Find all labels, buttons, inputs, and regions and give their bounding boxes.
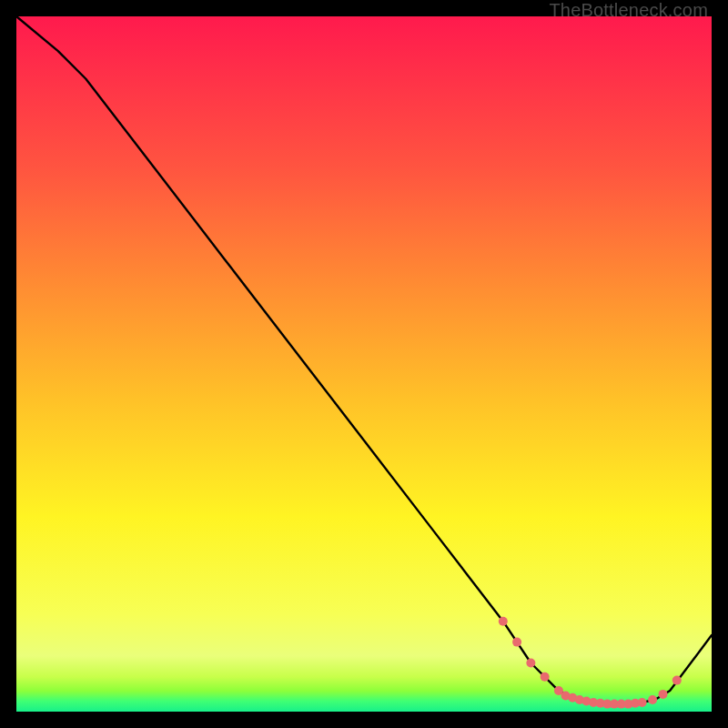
marker-dot xyxy=(541,672,550,682)
plot-area xyxy=(16,16,712,712)
marker-dot xyxy=(672,676,682,685)
chart-svg xyxy=(16,16,712,712)
chart-frame: TheBottleneck.com xyxy=(0,0,728,728)
marker-dot xyxy=(648,695,657,704)
marker-group xyxy=(499,617,682,709)
marker-dot xyxy=(499,617,508,626)
marker-dot xyxy=(526,659,535,668)
marker-dot xyxy=(638,698,647,707)
marker-dot xyxy=(659,690,668,699)
curve-line xyxy=(16,16,712,704)
marker-dot xyxy=(512,638,521,647)
